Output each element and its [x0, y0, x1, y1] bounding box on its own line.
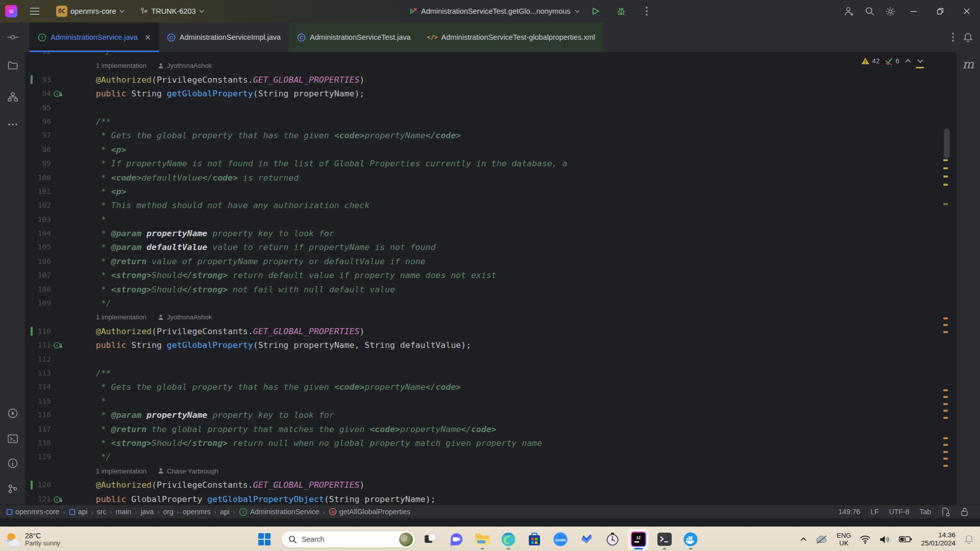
editor-tab-3[interactable]: CAdministrationServiceTest.java: [289, 22, 419, 52]
line-number[interactable]: 102: [25, 198, 51, 212]
problems-toolwindow-button[interactable]: [0, 453, 25, 473]
line-number[interactable]: 111: [25, 338, 51, 352]
unlock-icon[interactable]: [961, 507, 969, 517]
editor-tab-2[interactable]: CAdministrationServiceImpl.java: [159, 22, 289, 52]
line-number[interactable]: 103: [25, 213, 51, 227]
implementations-link[interactable]: 1 implementation: [96, 464, 146, 478]
run-button[interactable]: [585, 0, 606, 22]
line-number[interactable]: 110: [25, 324, 51, 338]
line-number[interactable]: 93: [25, 73, 51, 87]
zoom-taskbar-button[interactable]: zoom: [550, 529, 571, 550]
commit-toolwindow-button[interactable]: [0, 22, 25, 52]
volume-icon[interactable]: [879, 535, 890, 544]
minimize-button[interactable]: [900, 0, 927, 22]
inspection-stripe-mark[interactable]: [943, 396, 948, 398]
run-toolwindow-button[interactable]: [0, 403, 25, 423]
line-number[interactable]: 109: [25, 296, 51, 310]
next-problem-chevron-icon[interactable]: [917, 59, 924, 63]
store-taskbar-button[interactable]: [524, 529, 545, 550]
line-number[interactable]: 117: [25, 422, 51, 436]
line-number[interactable]: 92: [25, 52, 51, 59]
code-author[interactable]: Chase Yarbrough: [167, 464, 218, 478]
notifications-bell-button[interactable]: [963, 32, 973, 42]
inspection-stripe-mark[interactable]: [943, 184, 948, 186]
project-toolwindow-button[interactable]: [0, 55, 25, 76]
docker-taskbar-button[interactable]: [680, 529, 701, 550]
inspection-stripe-mark[interactable]: [943, 203, 948, 205]
file-encoding[interactable]: UTF-8: [889, 508, 910, 516]
inspection-stripe-mark[interactable]: [943, 167, 948, 169]
inspection-widget[interactable]: 42 6: [858, 56, 927, 66]
code-author[interactable]: JyothsnaAshok: [167, 59, 212, 72]
breadcrumb-item[interactable]: org: [163, 508, 174, 516]
tab-options-button[interactable]: [952, 33, 954, 42]
tab-close-icon[interactable]: [145, 35, 151, 40]
line-number[interactable]: 115: [25, 394, 51, 408]
more-run-actions-button[interactable]: [636, 0, 657, 22]
inspection-stripe-mark[interactable]: [943, 317, 948, 319]
settings-button[interactable]: [880, 0, 900, 22]
version-control-toolwindow-button[interactable]: [0, 479, 25, 499]
code-editor[interactable]: 92 */1 implementationJyothsnaAshok93 @Au…: [25, 52, 957, 505]
inspection-stripe-mark[interactable]: [943, 451, 948, 453]
run-configuration-selector[interactable]: AdministrationServiceTest.getGlo...nonym…: [408, 7, 580, 15]
breadcrumb-item[interactable]: src: [97, 508, 107, 516]
main-menu-button[interactable]: [24, 0, 45, 22]
prev-problem-chevron-icon[interactable]: [904, 59, 912, 63]
breadcrumb-item[interactable]: mgetAllGlobalProperties: [329, 508, 410, 516]
search-everywhere-button[interactable]: [860, 0, 880, 22]
inspection-stripe-mark[interactable]: [943, 410, 948, 412]
maven-toolwindow-button[interactable]: m: [957, 57, 980, 71]
line-number[interactable]: 121: [25, 492, 51, 505]
line-separator[interactable]: LF: [870, 508, 878, 516]
teams-chat-button[interactable]: [446, 529, 467, 550]
line-number[interactable]: 118: [25, 436, 51, 450]
breadcrumb-item[interactable]: api: [220, 508, 230, 516]
inspection-stripe-mark[interactable]: [943, 465, 948, 467]
implemented-method-gutter-icon[interactable]: I: [54, 341, 63, 349]
implemented-method-gutter-icon[interactable]: I: [54, 90, 63, 98]
implementations-link[interactable]: 1 implementation: [96, 59, 146, 72]
task-view-button[interactable]: [420, 529, 440, 550]
line-number[interactable]: 94: [25, 87, 51, 101]
code-vision-inlay[interactable]: 1 implementationChase Yarbrough: [25, 464, 957, 478]
line-number[interactable]: 119: [25, 450, 51, 464]
implementations-link[interactable]: 1 implementation: [96, 310, 146, 324]
line-number[interactable]: 108: [25, 283, 51, 296]
bing-daily-image[interactable]: [399, 533, 413, 546]
code-with-me-button[interactable]: [839, 0, 860, 22]
edge-taskbar-button[interactable]: [498, 529, 519, 550]
structure-toolwindow-button[interactable]: [0, 87, 25, 107]
inspection-stripe-mark[interactable]: [943, 324, 948, 326]
more-toolwindows-button[interactable]: [0, 114, 25, 135]
battery-icon[interactable]: [899, 536, 912, 543]
inspection-stripe-mark[interactable]: [943, 176, 948, 178]
line-number[interactable]: 99: [25, 157, 51, 170]
line-number[interactable]: 96: [25, 115, 51, 129]
breadcrumb-item[interactable]: java: [140, 508, 154, 516]
terminal-toolwindow-button[interactable]: [0, 429, 25, 449]
close-button[interactable]: [953, 0, 980, 22]
breadcrumb-item[interactable]: main: [116, 508, 131, 516]
file-settings-icon[interactable]: [941, 507, 950, 517]
code-vision-inlay[interactable]: 1 implementationJyothsnaAshok: [25, 59, 957, 72]
inspection-stripe-mark[interactable]: [943, 331, 948, 333]
inspection-stripe-mark[interactable]: [943, 403, 948, 405]
branch-widget[interactable]: TRUNK-6203: [136, 5, 209, 18]
line-number[interactable]: 113: [25, 366, 51, 380]
line-number[interactable]: 116: [25, 408, 51, 422]
breadcrumb-item[interactable]: openmrs: [183, 508, 210, 516]
file-explorer-taskbar-button[interactable]: [472, 529, 493, 550]
line-number[interactable]: 101: [25, 185, 51, 198]
line-number[interactable]: 100: [25, 171, 51, 185]
taskbar-search[interactable]: Search: [281, 531, 415, 548]
line-number[interactable]: 114: [25, 380, 51, 394]
inspection-stripe-mark[interactable]: [943, 444, 948, 446]
editor-tab-4[interactable]: </>AdministrationServiceTest-globalprope…: [419, 22, 603, 52]
start-button[interactable]: [256, 531, 273, 547]
language-indicator[interactable]: ENGUK: [837, 532, 851, 547]
clock-widget[interactable]: 14:36 25/01/2024: [921, 531, 955, 547]
debug-button[interactable]: [611, 0, 631, 22]
wifi-icon[interactable]: [860, 535, 871, 544]
code-author[interactable]: JyothsnaAshok: [167, 310, 212, 324]
